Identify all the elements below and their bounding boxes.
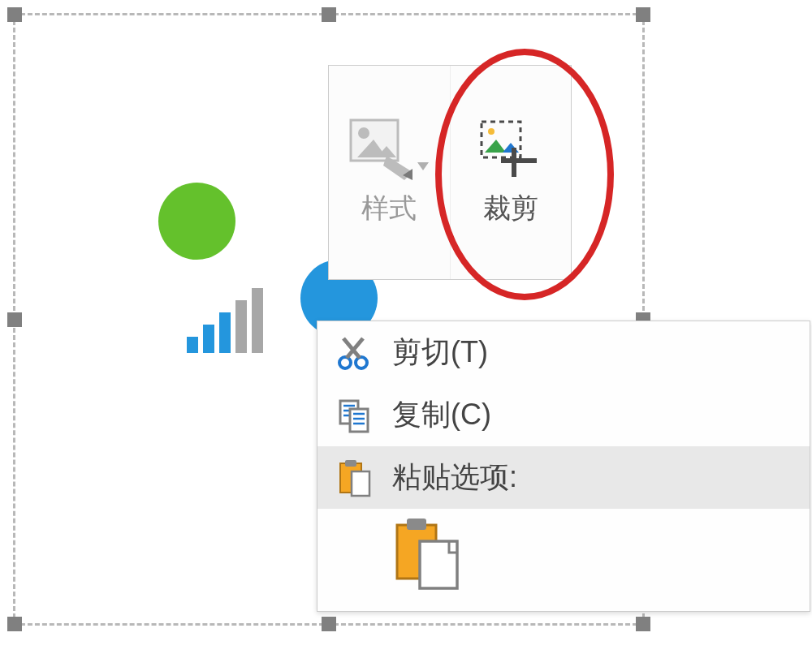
style-label: 样式 [361, 190, 417, 227]
resize-handle-tr[interactable] [636, 7, 650, 22]
svg-rect-26 [352, 471, 369, 496]
crop-button[interactable]: 裁剪 [451, 66, 572, 279]
resize-handle-tm[interactable] [322, 7, 336, 22]
svg-rect-28 [407, 519, 426, 530]
cut-label: 剪切(T) [392, 333, 795, 372]
svg-point-12 [339, 357, 351, 368]
svg-rect-20 [350, 409, 368, 432]
menu-item-cut[interactable]: 剪切(T) [317, 321, 810, 384]
resize-handle-bm[interactable] [322, 617, 336, 631]
resize-handle-bl[interactable] [7, 617, 22, 631]
menu-item-copy[interactable]: 复制(C) [317, 384, 810, 446]
dropdown-triangle-icon [417, 162, 429, 170]
resize-handle-tl[interactable] [7, 7, 22, 22]
copy-icon [337, 398, 373, 433]
svg-point-13 [356, 357, 367, 368]
resize-handle-ml[interactable] [7, 312, 22, 327]
crop-icon [478, 118, 543, 180]
svg-marker-8 [485, 140, 506, 153]
svg-rect-29 [420, 541, 457, 588]
bar-chart-icon [187, 288, 263, 353]
scissors-icon [337, 335, 373, 371]
paste-options-header: 粘贴选项: [317, 446, 810, 509]
paste-options-row [317, 509, 810, 611]
svg-point-7 [488, 128, 495, 135]
copy-label: 复制(C) [392, 395, 795, 435]
svg-point-1 [358, 127, 369, 139]
resize-handle-br[interactable] [636, 617, 650, 631]
picture-style-icon [349, 118, 414, 180]
paste-option-keep-source[interactable] [392, 517, 464, 595]
context-menu: 剪切(T) 复制(C) 粘贴选项: [317, 321, 810, 612]
mini-floating-toolbar: 样式 裁剪 [328, 65, 572, 280]
paste-option-icon [392, 517, 464, 592]
crop-label: 裁剪 [483, 190, 538, 227]
paste-header-label: 粘贴选项: [392, 458, 795, 497]
clipboard-icon [337, 458, 373, 497]
style-button[interactable]: 样式 [329, 66, 451, 279]
green-circle-shape [158, 183, 235, 260]
svg-rect-25 [345, 460, 356, 467]
